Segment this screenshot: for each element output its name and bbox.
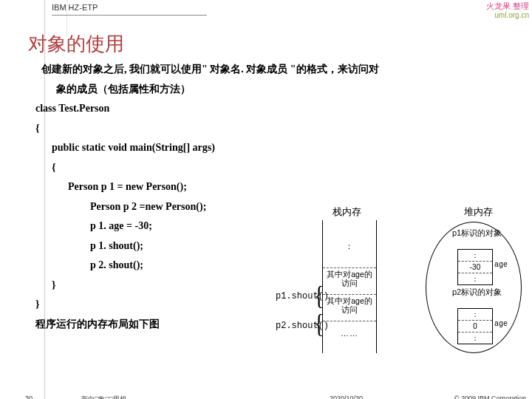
intro-line2: 象的成员（包括属性和方法） [35,81,494,99]
obj1-value: -30 [458,262,492,273]
footer-date: 2020/10/30 [330,395,363,399]
obj1-label: p1标识的对象 [452,228,502,239]
heap-obj-p2: ： 0 ： [457,308,493,344]
watermark-line2: uml.org.cn [486,11,529,20]
code-class: class Test.Person [35,100,494,118]
watermark-line1: 火龙果 整理 [486,1,529,11]
stack-ellipsis-bottom: …… [323,330,376,338]
brace-p1: { [314,280,324,311]
obj1-row-top: ： [458,250,492,262]
slide-title: 对象的使用 [28,31,124,57]
stack-ellipsis-top: ： [323,242,376,250]
obj1-row-bot: ： [458,273,492,284]
obj1-age: age [494,261,508,269]
page-number: 30 [25,395,33,399]
stack-label: 栈内存 [332,205,361,219]
header-project: IBM HZ-ETP [52,3,98,12]
stack-cell-p2: 其中对age的访问 [323,295,376,321]
stack-cell-p1: 其中对age的访问 [323,268,376,295]
code-main: public static void main(String[] args) [35,139,494,157]
obj2-row-bot: ： [458,332,492,344]
obj2-age: age [494,320,508,328]
header-underline [52,15,207,16]
memory-diagram: 栈内存 堆内存 ： 其中对age的访问 其中对age的访问 …… p1.shou… [278,205,529,368]
heap-label: 堆内存 [464,205,493,219]
brace-p2: { [314,308,324,339]
footer-topic: 面向□象□□思想 [81,395,126,399]
intro-line1: 创建新的对象之后, 我们就可以使用" 对象名. 对象成员 "的格式，来访问对 [35,61,494,79]
stack-box: ： 其中对age的访问 其中对age的访问 …… p1.shout() p2.s… [322,220,377,353]
watermark: 火龙果 整理 uml.org.cn [486,1,529,20]
obj2-value: 0 [458,321,492,332]
heap-obj-p1: ： -30 ： [457,249,493,285]
code-p1new: Person p 1 = new Person(); [35,178,494,197]
obj2-row-top: ： [458,309,492,321]
footer-copyright: © 2009 IBM Corporation [454,395,526,399]
code-open1: { [35,120,494,138]
obj2-label: p2标识的对象 [452,287,502,298]
code-open2: { [35,159,494,177]
